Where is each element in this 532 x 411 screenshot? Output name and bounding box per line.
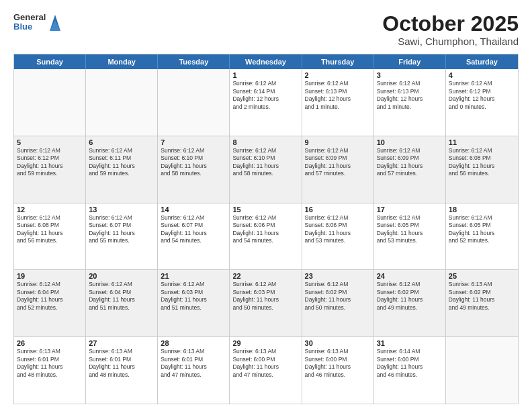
calendar-cell-day-18: 18Sunrise: 6:12 AM Sunset: 6:05 PM Dayli… bbox=[446, 203, 518, 270]
day-number: 7 bbox=[161, 138, 226, 146]
calendar-cell-day-22: 22Sunrise: 6:12 AM Sunset: 6:03 PM Dayli… bbox=[230, 270, 302, 336]
calendar-header-saturday: Saturday bbox=[446, 54, 518, 69]
day-info: Sunrise: 6:12 AM Sunset: 6:08 PM Dayligh… bbox=[449, 147, 515, 178]
calendar-header-tuesday: Tuesday bbox=[158, 54, 230, 69]
calendar-body: 1Sunrise: 6:12 AM Sunset: 6:14 PM Daylig… bbox=[14, 69, 518, 404]
day-number: 23 bbox=[305, 272, 371, 280]
calendar-cell-day-24: 24Sunrise: 6:12 AM Sunset: 6:02 PM Dayli… bbox=[374, 270, 446, 336]
calendar-cell-empty bbox=[158, 69, 230, 136]
day-number: 1 bbox=[232, 71, 298, 79]
day-info: Sunrise: 6:13 AM Sunset: 6:02 PM Dayligh… bbox=[449, 281, 515, 312]
calendar-header-row: SundayMondayTuesdayWednesdayThursdayFrid… bbox=[14, 54, 518, 69]
logo-text: General Blue bbox=[13, 13, 46, 32]
header: General Blue October 2025 Sawi, Chumphon… bbox=[13, 12, 519, 47]
day-info: Sunrise: 6:12 AM Sunset: 6:11 PM Dayligh… bbox=[89, 147, 154, 178]
calendar-cell-day-8: 8Sunrise: 6:12 AM Sunset: 6:10 PM Daylig… bbox=[230, 136, 302, 203]
day-number: 6 bbox=[89, 138, 154, 146]
day-info: Sunrise: 6:12 AM Sunset: 6:10 PM Dayligh… bbox=[232, 147, 298, 178]
day-number: 17 bbox=[377, 205, 443, 214]
day-info: Sunrise: 6:12 AM Sunset: 6:12 PM Dayligh… bbox=[17, 147, 83, 178]
day-info: Sunrise: 6:12 AM Sunset: 6:14 PM Dayligh… bbox=[232, 80, 298, 111]
day-info: Sunrise: 6:12 AM Sunset: 6:08 PM Dayligh… bbox=[17, 214, 83, 245]
calendar-header-monday: Monday bbox=[86, 54, 158, 69]
calendar-cell-empty bbox=[14, 69, 86, 136]
day-number: 20 bbox=[89, 272, 154, 280]
day-info: Sunrise: 6:12 AM Sunset: 6:09 PM Dayligh… bbox=[305, 147, 371, 178]
day-number: 3 bbox=[377, 71, 443, 79]
calendar-cell-day-26: 26Sunrise: 6:13 AM Sunset: 6:01 PM Dayli… bbox=[14, 337, 86, 404]
calendar-cell-day-15: 15Sunrise: 6:12 AM Sunset: 6:06 PM Dayli… bbox=[230, 203, 302, 270]
calendar-cell-day-27: 27Sunrise: 6:13 AM Sunset: 6:01 PM Dayli… bbox=[86, 337, 158, 404]
calendar-cell-day-23: 23Sunrise: 6:12 AM Sunset: 6:02 PM Dayli… bbox=[302, 270, 374, 336]
calendar-header-friday: Friday bbox=[374, 54, 446, 69]
calendar-cell-day-31: 31Sunrise: 6:14 AM Sunset: 6:00 PM Dayli… bbox=[374, 337, 446, 404]
calendar-cell-empty bbox=[446, 337, 518, 404]
calendar-cell-day-25: 25Sunrise: 6:13 AM Sunset: 6:02 PM Dayli… bbox=[446, 270, 518, 336]
svg-marker-1 bbox=[50, 20, 60, 31]
day-number: 26 bbox=[17, 339, 83, 347]
page: General Blue October 2025 Sawi, Chumphon… bbox=[0, 0, 532, 411]
calendar-cell-day-4: 4Sunrise: 6:12 AM Sunset: 6:12 PM Daylig… bbox=[446, 69, 518, 136]
calendar-cell-day-2: 2Sunrise: 6:12 AM Sunset: 6:13 PM Daylig… bbox=[302, 69, 374, 136]
calendar-cell-empty bbox=[86, 69, 158, 136]
day-number: 2 bbox=[305, 71, 371, 79]
logo-general: General bbox=[13, 13, 46, 22]
calendar-cell-day-30: 30Sunrise: 6:13 AM Sunset: 6:00 PM Dayli… bbox=[302, 337, 374, 404]
day-number: 10 bbox=[377, 138, 443, 146]
calendar-row-1: 5Sunrise: 6:12 AM Sunset: 6:12 PM Daylig… bbox=[14, 136, 518, 203]
location-subtitle: Sawi, Chumphon, Thailand bbox=[382, 36, 519, 47]
logo-blue: Blue bbox=[13, 22, 46, 32]
calendar-cell-day-13: 13Sunrise: 6:12 AM Sunset: 6:07 PM Dayli… bbox=[86, 203, 158, 270]
calendar-row-0: 1Sunrise: 6:12 AM Sunset: 6:14 PM Daylig… bbox=[14, 69, 518, 136]
day-info: Sunrise: 6:12 AM Sunset: 6:03 PM Dayligh… bbox=[232, 281, 298, 312]
day-info: Sunrise: 6:14 AM Sunset: 6:00 PM Dayligh… bbox=[377, 348, 443, 379]
day-info: Sunrise: 6:12 AM Sunset: 6:13 PM Dayligh… bbox=[305, 80, 371, 111]
day-info: Sunrise: 6:12 AM Sunset: 6:06 PM Dayligh… bbox=[232, 214, 298, 245]
month-title: October 2025 bbox=[382, 12, 519, 36]
day-info: Sunrise: 6:12 AM Sunset: 6:04 PM Dayligh… bbox=[17, 281, 83, 312]
day-number: 12 bbox=[17, 205, 83, 214]
day-info: Sunrise: 6:12 AM Sunset: 6:07 PM Dayligh… bbox=[89, 214, 154, 245]
day-info: Sunrise: 6:12 AM Sunset: 6:07 PM Dayligh… bbox=[161, 214, 226, 245]
calendar-header-wednesday: Wednesday bbox=[230, 54, 302, 69]
day-number: 9 bbox=[305, 138, 371, 146]
calendar-row-3: 19Sunrise: 6:12 AM Sunset: 6:04 PM Dayli… bbox=[14, 270, 518, 337]
day-info: Sunrise: 6:12 AM Sunset: 6:09 PM Dayligh… bbox=[377, 147, 443, 178]
calendar-cell-day-12: 12Sunrise: 6:12 AM Sunset: 6:08 PM Dayli… bbox=[14, 203, 86, 270]
day-number: 21 bbox=[161, 272, 226, 280]
calendar: SundayMondayTuesdayWednesdayThursdayFrid… bbox=[13, 54, 519, 404]
day-number: 29 bbox=[232, 339, 298, 347]
day-number: 11 bbox=[449, 138, 515, 146]
day-info: Sunrise: 6:12 AM Sunset: 6:04 PM Dayligh… bbox=[89, 281, 154, 312]
day-info: Sunrise: 6:12 AM Sunset: 6:12 PM Dayligh… bbox=[449, 80, 515, 111]
day-info: Sunrise: 6:12 AM Sunset: 6:02 PM Dayligh… bbox=[377, 281, 443, 312]
logo: General Blue bbox=[13, 12, 62, 32]
day-number: 24 bbox=[377, 272, 443, 280]
calendar-cell-day-16: 16Sunrise: 6:12 AM Sunset: 6:06 PM Dayli… bbox=[302, 203, 374, 270]
calendar-row-4: 26Sunrise: 6:13 AM Sunset: 6:01 PM Dayli… bbox=[14, 337, 518, 404]
calendar-cell-day-9: 9Sunrise: 6:12 AM Sunset: 6:09 PM Daylig… bbox=[302, 136, 374, 203]
day-number: 14 bbox=[161, 205, 226, 214]
day-number: 4 bbox=[449, 71, 515, 79]
day-number: 28 bbox=[161, 339, 226, 347]
day-info: Sunrise: 6:12 AM Sunset: 6:03 PM Dayligh… bbox=[161, 281, 226, 312]
calendar-cell-day-11: 11Sunrise: 6:12 AM Sunset: 6:08 PM Dayli… bbox=[446, 136, 518, 203]
day-info: Sunrise: 6:12 AM Sunset: 6:02 PM Dayligh… bbox=[305, 281, 371, 312]
day-number: 22 bbox=[232, 272, 298, 280]
day-info: Sunrise: 6:12 AM Sunset: 6:05 PM Dayligh… bbox=[449, 214, 515, 245]
calendar-cell-day-10: 10Sunrise: 6:12 AM Sunset: 6:09 PM Dayli… bbox=[374, 136, 446, 203]
calendar-cell-day-6: 6Sunrise: 6:12 AM Sunset: 6:11 PM Daylig… bbox=[86, 136, 158, 203]
calendar-cell-day-19: 19Sunrise: 6:12 AM Sunset: 6:04 PM Dayli… bbox=[14, 270, 86, 336]
calendar-cell-day-20: 20Sunrise: 6:12 AM Sunset: 6:04 PM Dayli… bbox=[86, 270, 158, 336]
calendar-cell-day-14: 14Sunrise: 6:12 AM Sunset: 6:07 PM Dayli… bbox=[158, 203, 230, 270]
day-info: Sunrise: 6:13 AM Sunset: 6:01 PM Dayligh… bbox=[161, 348, 226, 379]
calendar-cell-day-3: 3Sunrise: 6:12 AM Sunset: 6:13 PM Daylig… bbox=[374, 69, 446, 136]
calendar-cell-day-29: 29Sunrise: 6:13 AM Sunset: 6:00 PM Dayli… bbox=[230, 337, 302, 404]
calendar-header-sunday: Sunday bbox=[14, 54, 86, 69]
day-number: 5 bbox=[17, 138, 83, 146]
day-info: Sunrise: 6:13 AM Sunset: 6:00 PM Dayligh… bbox=[232, 348, 298, 379]
calendar-cell-day-5: 5Sunrise: 6:12 AM Sunset: 6:12 PM Daylig… bbox=[14, 136, 86, 203]
day-number: 18 bbox=[449, 205, 515, 214]
day-number: 27 bbox=[89, 339, 154, 347]
day-number: 15 bbox=[232, 205, 298, 214]
